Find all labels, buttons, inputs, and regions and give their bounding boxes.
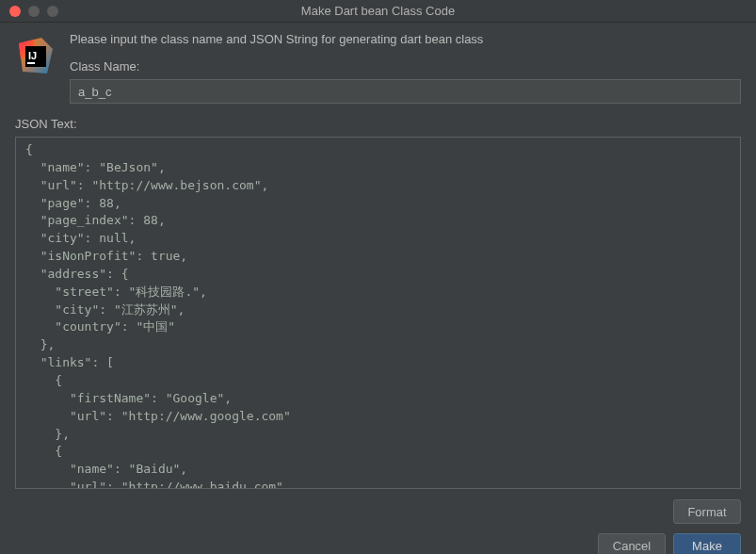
svg-text:IJ: IJ xyxy=(28,50,37,61)
window-controls xyxy=(0,6,58,17)
titlebar: Make Dart bean Class Code xyxy=(0,0,756,23)
class-name-input[interactable] xyxy=(70,79,741,104)
minimize-icon[interactable] xyxy=(28,6,40,17)
intellij-logo-icon: IJ xyxy=(15,36,56,77)
close-icon[interactable] xyxy=(9,6,21,17)
maximize-icon[interactable] xyxy=(47,6,58,17)
make-button[interactable]: Make xyxy=(673,533,741,554)
svg-rect-4 xyxy=(27,62,35,64)
class-name-label: Class Name: xyxy=(70,59,741,73)
json-text-label: JSON Text: xyxy=(15,117,741,131)
cancel-button[interactable]: Cancel xyxy=(598,533,666,554)
format-button[interactable]: Format xyxy=(673,499,741,524)
instruction-text: Please input the class name and JSON Str… xyxy=(70,32,741,46)
window-title: Make Dart bean Class Code xyxy=(0,4,756,18)
json-text-input[interactable] xyxy=(15,137,741,489)
